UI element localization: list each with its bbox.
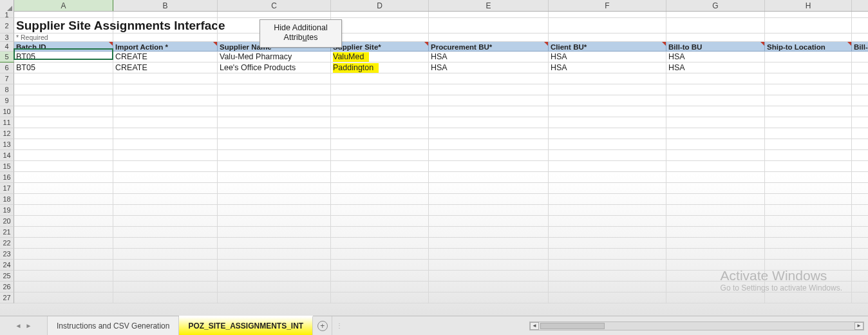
cell-F27[interactable] xyxy=(549,292,666,303)
cell-D20[interactable] xyxy=(331,216,429,227)
cell-C13[interactable] xyxy=(218,139,331,150)
row-header-5[interactable]: 5 xyxy=(0,52,14,62)
cell-I15[interactable] xyxy=(852,161,868,172)
cell-F21[interactable] xyxy=(549,227,666,238)
cell-D2[interactable] xyxy=(331,18,429,34)
cell-A18[interactable] xyxy=(14,194,113,205)
cell-H18[interactable] xyxy=(765,194,852,205)
cell-A2[interactable]: Supplier Site Assignments Interface xyxy=(14,18,113,34)
cell-E25[interactable] xyxy=(429,271,549,282)
cell-H23[interactable] xyxy=(765,249,852,260)
cell-C26[interactable] xyxy=(218,282,331,292)
col-header-G[interactable]: G xyxy=(666,0,765,11)
row-header-18[interactable]: 18 xyxy=(0,194,14,205)
row-header-24[interactable]: 24 xyxy=(0,260,14,271)
cell-B19[interactable] xyxy=(113,205,218,216)
cell-B6[interactable]: CREATE xyxy=(113,62,218,73)
cell-E12[interactable] xyxy=(429,128,549,139)
cell-D23[interactable] xyxy=(331,249,429,260)
header-supplier-site[interactable]: Supplier Site* xyxy=(331,42,429,52)
cell-C27[interactable] xyxy=(218,292,331,303)
cell-I26[interactable] xyxy=(852,282,868,292)
cell-C9[interactable] xyxy=(218,95,331,106)
cell-G12[interactable] xyxy=(666,128,765,139)
cell-A13[interactable] xyxy=(14,139,113,150)
cell-E13[interactable] xyxy=(429,139,549,150)
cell-F6[interactable]: HSA xyxy=(549,62,666,73)
cell-E5[interactable]: HSA xyxy=(429,52,549,62)
row-header-11[interactable]: 11 xyxy=(0,117,14,128)
cell-D14[interactable] xyxy=(331,150,429,161)
cell-G13[interactable] xyxy=(666,139,765,150)
cell-H9[interactable] xyxy=(765,95,852,106)
col-header-D[interactable]: D xyxy=(331,0,429,11)
cell-C8[interactable] xyxy=(218,84,331,95)
cell-E2[interactable] xyxy=(429,18,549,34)
col-header-B[interactable]: B xyxy=(113,0,218,11)
cell-G20[interactable] xyxy=(666,216,765,227)
cell-F26[interactable] xyxy=(549,282,666,292)
cell-E18[interactable] xyxy=(429,194,549,205)
cell-C10[interactable] xyxy=(218,106,331,117)
scroll-thumb[interactable] xyxy=(540,323,605,329)
row-header-6[interactable]: 6 xyxy=(0,62,14,73)
cell-F18[interactable] xyxy=(549,194,666,205)
cell-D3[interactable] xyxy=(331,34,429,42)
cell-I12[interactable] xyxy=(852,128,868,139)
row-header-17[interactable]: 17 xyxy=(0,183,14,194)
cell-G19[interactable] xyxy=(666,205,765,216)
cell-H15[interactable] xyxy=(765,161,852,172)
tab-instructions[interactable]: Instructions and CSV Generation xyxy=(48,316,179,335)
cell-B13[interactable] xyxy=(113,139,218,150)
cell-B18[interactable] xyxy=(113,194,218,205)
cell-F20[interactable] xyxy=(549,216,666,227)
cell-G24[interactable] xyxy=(666,260,765,271)
row-header-10[interactable]: 10 xyxy=(0,106,14,117)
cell-C24[interactable] xyxy=(218,260,331,271)
cell-F3[interactable] xyxy=(549,34,666,42)
cell-D9[interactable] xyxy=(331,95,429,106)
cell-F8[interactable] xyxy=(549,84,666,95)
tab-poz-site-assignments[interactable]: POZ_SITE_ASSIGNMENTS_INT xyxy=(179,316,313,335)
cell-B12[interactable] xyxy=(113,128,218,139)
cell-E17[interactable] xyxy=(429,183,549,194)
cell-H2[interactable] xyxy=(765,18,852,34)
cell-E15[interactable] xyxy=(429,161,549,172)
cell-B21[interactable] xyxy=(113,227,218,238)
row-header-25[interactable]: 25 xyxy=(0,271,14,282)
cell-B5[interactable]: CREATE xyxy=(113,52,218,62)
cell-D17[interactable] xyxy=(331,183,429,194)
cell-E21[interactable] xyxy=(429,227,549,238)
cell-I21[interactable] xyxy=(852,227,868,238)
cell-B25[interactable] xyxy=(113,271,218,282)
cell-D19[interactable] xyxy=(331,205,429,216)
cell-G17[interactable] xyxy=(666,183,765,194)
cell-B10[interactable] xyxy=(113,106,218,117)
hide-additional-attributes-button[interactable]: Hide Additional Attributes xyxy=(259,19,342,48)
cell-H21[interactable] xyxy=(765,227,852,238)
cell-H1[interactable] xyxy=(765,12,852,18)
cell-I2[interactable] xyxy=(852,18,868,34)
cell-I25[interactable] xyxy=(852,271,868,282)
cell-G6[interactable]: HSA xyxy=(666,62,765,73)
col-header-C[interactable]: C xyxy=(218,0,331,11)
row-header-2[interactable]: 2 xyxy=(0,18,14,34)
cell-E16[interactable] xyxy=(429,172,549,183)
cell-B23[interactable] xyxy=(113,249,218,260)
cell-E22[interactable] xyxy=(429,238,549,249)
cell-E19[interactable] xyxy=(429,205,549,216)
cell-C15[interactable] xyxy=(218,161,331,172)
cell-G11[interactable] xyxy=(666,117,765,128)
cell-A19[interactable] xyxy=(14,205,113,216)
cell-E6[interactable]: HSA xyxy=(429,62,549,73)
cell-A21[interactable] xyxy=(14,227,113,238)
cell-D5[interactable]: ValuMed xyxy=(331,52,429,62)
cell-F13[interactable] xyxy=(549,139,666,150)
cell-C12[interactable] xyxy=(218,128,331,139)
cell-F7[interactable] xyxy=(549,73,666,84)
cell-B1[interactable] xyxy=(113,12,218,18)
cell-I14[interactable] xyxy=(852,150,868,161)
cell-A1[interactable] xyxy=(14,12,113,18)
cell-A11[interactable] xyxy=(14,117,113,128)
cell-I23[interactable] xyxy=(852,249,868,260)
